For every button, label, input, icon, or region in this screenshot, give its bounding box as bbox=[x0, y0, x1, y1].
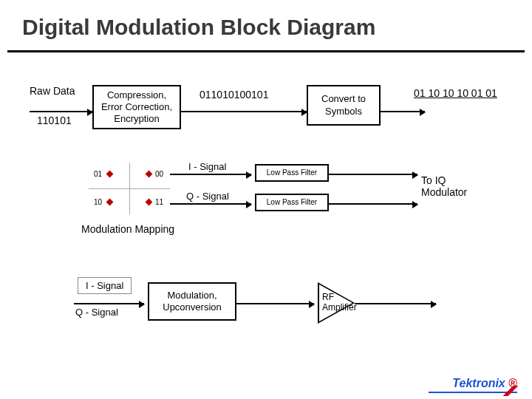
logo-slash-icon bbox=[499, 386, 520, 396]
arrow-i-signal bbox=[170, 174, 251, 175]
low-pass-filter-q: Low Pass Filter bbox=[255, 194, 329, 211]
constellation-point bbox=[106, 171, 114, 178]
page-title: Digital Modulation Block Diagram bbox=[22, 15, 375, 40]
q-signal-label: Q - Signal bbox=[186, 191, 229, 202]
modulation-map: 01001011 bbox=[89, 163, 170, 214]
to-iq-modulator: To IQ Modulator bbox=[421, 174, 467, 198]
symbol-stream: 01 10 10 10 01 01 bbox=[414, 87, 497, 99]
constellation-point-label: 11 bbox=[155, 198, 163, 206]
constellation-point bbox=[106, 199, 114, 206]
arrow-rf-out bbox=[355, 303, 436, 304]
constellation-point-label: 01 bbox=[94, 170, 102, 178]
constellation-point-label: 00 bbox=[155, 170, 163, 178]
arrow-i-to-modulation bbox=[74, 303, 144, 304]
title-underline bbox=[7, 50, 525, 52]
arrow-lpf-q-out bbox=[329, 203, 417, 205]
arrow-to-symbols bbox=[181, 111, 307, 112]
raw-data-arrow bbox=[30, 111, 92, 112]
low-pass-filter-i: Low Pass Filter bbox=[255, 164, 329, 182]
rf-amplifier-label: RF Amplifier bbox=[322, 292, 357, 313]
arrow-symbols-out bbox=[381, 111, 425, 112]
encoded-bits: 011010100101 bbox=[200, 89, 268, 100]
raw-data-label: Raw Data bbox=[30, 85, 75, 97]
block-compression: Compression, Error Correction, Encryptio… bbox=[92, 85, 181, 129]
modulation-map-caption: Modulation Mapping bbox=[81, 223, 174, 235]
i-signal-label: I - Signal bbox=[188, 161, 226, 172]
block-convert-symbols: Convert to Symbols bbox=[307, 85, 381, 126]
arrow-lpf-i-out bbox=[329, 174, 417, 175]
arrow-to-amp bbox=[236, 303, 314, 304]
block-modulation-upconversion: Modulation, Upconversion bbox=[148, 282, 236, 321]
raw-data-bits: 110101 bbox=[37, 115, 72, 126]
arrow-q-signal bbox=[170, 203, 251, 205]
i-signal-box: I - Signal bbox=[78, 277, 132, 294]
q-signal-label-2: Q - Signal bbox=[75, 307, 118, 318]
constellation-point bbox=[146, 171, 153, 178]
constellation-point bbox=[146, 199, 153, 206]
constellation-point-label: 10 bbox=[94, 198, 102, 206]
